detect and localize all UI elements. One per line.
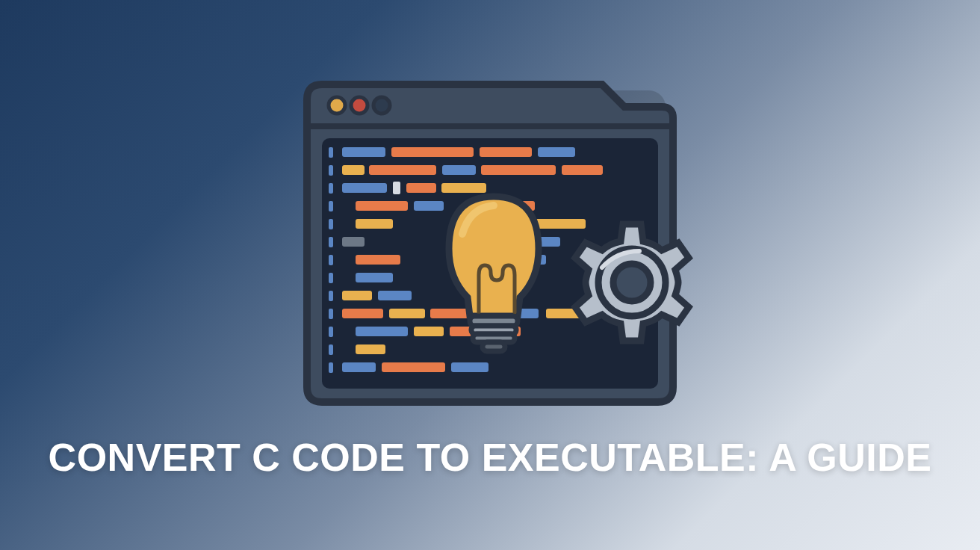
svg-point-2 [329,97,345,114]
svg-rect-56 [342,362,376,372]
svg-rect-1 [307,123,673,129]
svg-rect-26 [481,165,556,175]
svg-rect-48 [389,309,425,318]
svg-point-4 [373,97,390,114]
page-title: CONVERT C CODE TO EXECUTABLE: A GUIDE [49,436,932,481]
svg-rect-24 [369,165,436,175]
svg-rect-46 [378,291,412,300]
hero-container: CONVERT C CODE TO EXECUTABLE: A GUIDE [49,69,932,481]
svg-rect-32 [356,201,408,211]
svg-rect-8 [329,183,333,194]
svg-rect-35 [356,219,393,229]
svg-rect-38 [342,237,365,247]
svg-rect-19 [342,147,385,157]
svg-rect-9 [329,201,333,211]
svg-rect-47 [342,309,383,318]
svg-rect-33 [414,201,444,211]
svg-rect-14 [329,291,333,301]
svg-rect-42 [356,255,400,265]
svg-rect-55 [356,344,385,354]
svg-rect-13 [329,273,333,283]
svg-rect-29 [393,182,400,194]
svg-rect-16 [329,327,333,337]
svg-rect-62 [483,342,505,351]
svg-rect-22 [538,147,575,157]
svg-rect-6 [329,147,333,158]
svg-rect-25 [442,165,476,175]
svg-rect-28 [342,183,387,193]
svg-rect-18 [329,362,333,373]
svg-rect-52 [356,327,408,336]
svg-rect-15 [329,309,333,319]
svg-rect-23 [342,165,365,175]
svg-rect-31 [441,183,486,193]
svg-point-64 [613,264,651,301]
svg-rect-12 [329,255,333,265]
hero-illustration [281,69,699,413]
svg-rect-27 [562,165,603,175]
svg-rect-7 [329,165,333,176]
svg-rect-57 [382,362,445,372]
svg-rect-11 [329,237,333,247]
svg-point-3 [351,97,368,114]
svg-rect-21 [480,147,532,157]
svg-rect-44 [356,273,393,282]
svg-rect-58 [451,362,489,372]
svg-rect-45 [342,291,372,300]
svg-rect-17 [329,344,333,355]
svg-rect-10 [329,219,333,229]
svg-rect-20 [391,147,474,157]
svg-rect-53 [414,327,444,336]
svg-rect-30 [406,183,436,193]
